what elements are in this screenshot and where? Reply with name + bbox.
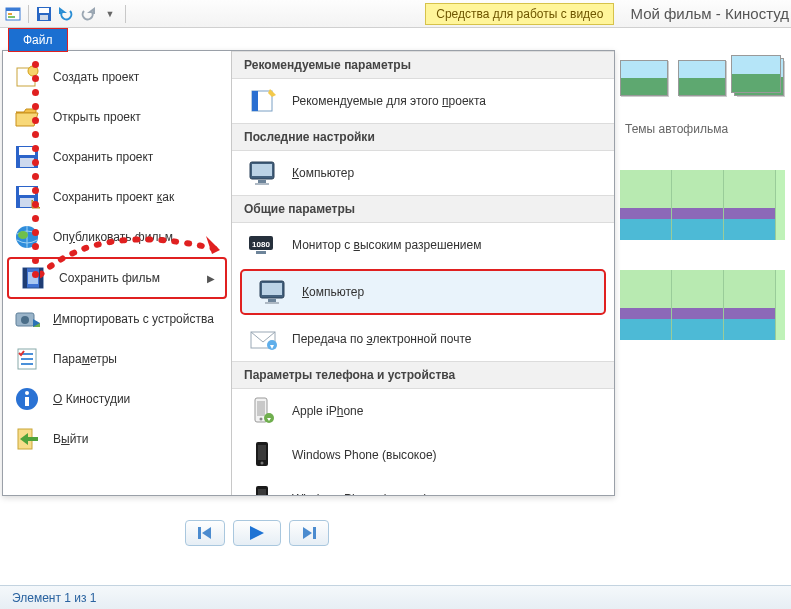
svg-rect-49: [265, 302, 279, 304]
annotation-dotted-line: [30, 54, 40, 278]
separator: [125, 5, 126, 23]
menu-item-label: Выйти: [53, 432, 89, 446]
submenu-item-wp-low[interactable]: Windows Phone (низкое): [232, 477, 614, 495]
phone-white-icon: [246, 396, 280, 426]
contextual-tab-video-tools[interactable]: Средства для работы с видео: [425, 3, 614, 25]
submenu-item-recommended-project[interactable]: Рекомендуемые для этого проекта: [232, 79, 614, 123]
svg-rect-54: [257, 401, 265, 416]
monitor-icon: [256, 277, 290, 307]
svg-text:1080: 1080: [252, 240, 270, 249]
submenu-item-email[interactable]: Передача по электронной почте: [232, 317, 614, 361]
menu-item-options[interactable]: Параметры: [3, 339, 231, 379]
submenu-item-iphone[interactable]: Apple iPhone: [232, 389, 614, 433]
timeline-clip[interactable]: [620, 170, 785, 240]
svg-point-60: [261, 462, 264, 465]
status-text: Элемент 1 из 1: [12, 591, 97, 605]
submenu-item-label: Windows Phone (низкое): [292, 492, 428, 495]
status-bar: Элемент 1 из 1: [0, 585, 791, 609]
hd-icon: 1080: [246, 230, 280, 260]
file-tab[interactable]: Файл: [8, 28, 68, 52]
svg-rect-41: [258, 180, 266, 183]
menu-item-about[interactable]: О Киностудии: [3, 379, 231, 419]
prev-frame-button[interactable]: [185, 520, 225, 546]
menu-item-label: Создать проект: [53, 70, 139, 84]
save-icon[interactable]: [36, 6, 52, 22]
svg-rect-5: [39, 8, 49, 13]
submenu-item-label: Windows Phone (высокое): [292, 448, 437, 462]
submenu-item-label: Монитор с высоким разрешением: [292, 238, 481, 252]
svg-rect-64: [198, 527, 201, 539]
submenu-item-label: Компьютер: [302, 285, 364, 299]
file-menu-right-pane: Рекомендуемые параметрыРекомендуемые для…: [232, 51, 614, 495]
phone-dark-icon: [246, 440, 280, 470]
wizard-icon: [246, 86, 280, 116]
about-icon: [13, 385, 41, 413]
menu-item-exit[interactable]: Выйти: [3, 419, 231, 459]
submenu-item-hd-monitor[interactable]: 1080Монитор с высоким разрешением: [232, 223, 614, 267]
svg-rect-20: [23, 268, 27, 288]
svg-rect-1: [6, 8, 20, 11]
play-button[interactable]: [233, 520, 281, 546]
theme-thumbnail[interactable]: [736, 60, 784, 96]
svg-rect-32: [25, 397, 29, 406]
svg-rect-48: [268, 299, 276, 302]
menu-item-label: Параметры: [53, 352, 117, 366]
theme-thumbnail[interactable]: [620, 60, 668, 96]
submenu-item-label: Apple iPhone: [292, 404, 363, 418]
svg-rect-2: [8, 13, 12, 15]
theme-thumbnail[interactable]: [678, 60, 726, 96]
mail-icon: [246, 324, 280, 354]
menu-item-label: Импортировать с устройства: [53, 312, 214, 326]
svg-rect-62: [258, 489, 266, 495]
submenu-section-header: Параметры телефона и устройства: [232, 361, 614, 389]
svg-point-18: [18, 231, 28, 239]
submenu-section-header: Общие параметры: [232, 195, 614, 223]
undo-icon[interactable]: [58, 6, 74, 22]
submenu-item-label: Рекомендуемые для этого проекта: [292, 94, 486, 108]
svg-rect-47: [262, 283, 282, 295]
import-icon: [13, 305, 41, 333]
svg-rect-68: [313, 527, 316, 539]
submenu-item-recent-computer[interactable]: Компьютер: [232, 151, 614, 195]
svg-marker-67: [303, 527, 312, 539]
menu-item-label: Сохранить проект как: [53, 190, 174, 204]
submenu-item-wp-high[interactable]: Windows Phone (высокое): [232, 433, 614, 477]
menu-item-label: Сохранить проект: [53, 150, 153, 164]
themes-section-label: Темы автофильма: [625, 122, 728, 136]
svg-rect-40: [252, 164, 272, 176]
submenu-item-label: Передача по электронной почте: [292, 332, 472, 346]
svg-marker-66: [250, 526, 264, 540]
submenu-section-header: Последние настройки: [232, 123, 614, 151]
svg-point-33: [25, 391, 29, 395]
svg-rect-59: [258, 445, 266, 460]
themes-thumbnails: [620, 60, 784, 96]
redo-icon[interactable]: [80, 6, 96, 22]
submenu-item-computer[interactable]: Компьютер: [240, 269, 606, 315]
svg-point-24: [21, 316, 29, 324]
playback-controls: [185, 520, 329, 546]
menu-item-import-device[interactable]: Импортировать с устройства: [3, 299, 231, 339]
submenu-item-label: Компьютер: [292, 166, 354, 180]
submenu-section-header: Рекомендуемые параметры: [232, 51, 614, 79]
svg-rect-3: [8, 16, 15, 18]
menu-item-label: О Киностудии: [53, 392, 130, 406]
svg-rect-45: [256, 251, 266, 254]
qat-dropdown-icon[interactable]: ▼: [102, 6, 118, 22]
next-frame-button[interactable]: [289, 520, 329, 546]
svg-rect-37: [252, 91, 258, 111]
separator: [28, 5, 29, 23]
svg-rect-42: [255, 183, 269, 185]
svg-point-55: [260, 418, 263, 421]
exit-icon: [13, 425, 41, 453]
svg-marker-65: [202, 527, 211, 539]
titlebar: ▼ Средства для работы с видео Мой фильм …: [0, 0, 791, 28]
options-icon: [13, 345, 41, 373]
monitor-icon: [246, 158, 280, 188]
svg-rect-6: [40, 15, 48, 20]
phone-dark-icon: [246, 484, 280, 495]
document-title: Мой фильм - Киностуд: [630, 5, 789, 22]
menu-item-label: Открыть проект: [53, 110, 141, 124]
annotation-arrow: [40, 220, 240, 280]
app-icon: [5, 6, 21, 22]
timeline-clip[interactable]: [620, 270, 785, 340]
